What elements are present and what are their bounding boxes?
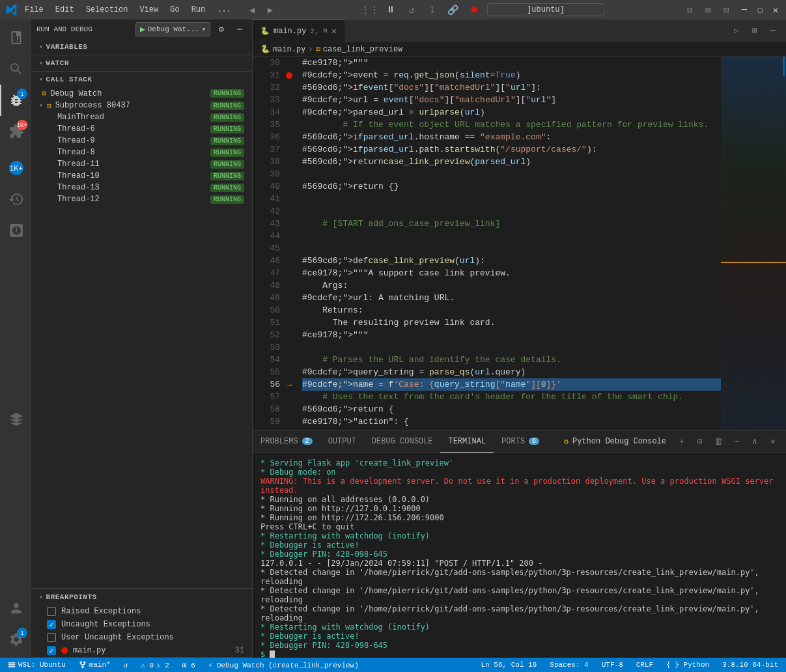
code-line[interactable]: Args: <box>302 279 721 292</box>
code-line[interactable] <box>302 242 721 255</box>
activity-source-control[interactable] <box>0 184 31 215</box>
bp-gutter-slot[interactable] <box>285 143 293 156</box>
bp-gutter-slot[interactable] <box>285 69 293 81</box>
bp-gutter-slot[interactable] <box>285 279 293 292</box>
breadcrumb-file[interactable]: main.py <box>273 45 305 54</box>
code-line[interactable] <box>302 230 721 242</box>
callstack-thread-mainthread[interactable]: MainThreadRUNNING <box>31 111 252 123</box>
tab-output[interactable]: OUTPUT <box>320 430 364 453</box>
breakpoint-item[interactable]: Raised Exceptions <box>31 605 252 618</box>
kill-terminal-button[interactable]: 🗑 <box>710 434 726 449</box>
callstack-thread-thread-8[interactable]: Thread-8RUNNING <box>31 147 252 158</box>
code-line[interactable]: # Uses the text from the card's header f… <box>302 391 721 403</box>
bp-gutter-slot[interactable] <box>285 366 293 378</box>
breakpoint-item[interactable]: ✓ main.py 31 <box>31 644 252 657</box>
activity-docker[interactable] <box>0 404 31 435</box>
activity-test[interactable] <box>0 215 31 246</box>
code-line[interactable]: #9cdcfe;">url = event["docs"]["matchedUr… <box>302 94 721 106</box>
menu-more[interactable]: ... <box>212 4 236 16</box>
callstack-thread-thread-9[interactable]: Thread-9RUNNING <box>31 135 252 147</box>
menu-run[interactable]: Run <box>186 4 211 16</box>
tab-problems[interactable]: PROBLEMS 2 <box>253 430 320 453</box>
bp-gutter-slot[interactable] <box>285 255 293 267</box>
bp-gutter-slot[interactable] <box>285 354 293 366</box>
code-line[interactable]: The resulting preview link card. <box>302 316 721 329</box>
bp-gutter-slot[interactable] <box>285 205 293 217</box>
status-errors[interactable]: ⚠ 0 ⚠ 2 <box>138 661 172 669</box>
breakpoint-checkbox[interactable]: ✓ <box>47 646 56 655</box>
variables-header[interactable]: ▾ VARIABLES <box>31 39 252 55</box>
menu-file[interactable]: File <box>20 4 49 16</box>
open-changes-button[interactable]: ⊞ <box>747 23 763 38</box>
status-branch[interactable]: main* <box>76 661 113 669</box>
debug-more-button[interactable]: ⋯ <box>232 22 247 36</box>
panels-button[interactable]: ⊡ <box>718 2 734 18</box>
bp-gutter-slot[interactable] <box>285 57 293 69</box>
bp-gutter-slot[interactable] <box>285 106 293 119</box>
callstack-thread-thread-12[interactable]: Thread-12RUNNING <box>31 193 252 205</box>
bp-gutter-slot[interactable] <box>285 94 293 106</box>
close-button[interactable]: ✕ <box>770 5 781 15</box>
status-spaces[interactable]: Spaces: 4 <box>547 661 591 669</box>
breakpoint-checkbox[interactable]: ✓ <box>47 620 56 629</box>
debug-settings-button[interactable]: ⚙ <box>214 22 229 36</box>
status-sync[interactable]: ↺ <box>121 661 131 669</box>
code-line[interactable]: #9cdcfe;">url: A matching URL. <box>302 292 721 304</box>
activity-explorer[interactable] <box>0 22 31 53</box>
code-line[interactable] <box>302 168 721 180</box>
activity-extensions[interactable]: 1K+ <box>0 116 31 147</box>
code-line[interactable]: #569cd6;">if parsed_url.path.startswith(… <box>302 143 721 156</box>
connect-button[interactable]: 🔗 <box>445 2 461 18</box>
bp-gutter-slot[interactable] <box>285 180 293 193</box>
code-line[interactable]: #ce9178;">""" <box>302 329 721 341</box>
callstack-thread-thread-6[interactable]: Thread-6RUNNING <box>31 123 252 135</box>
code-line[interactable]: #569cd6;">if event["docs"]["matchedUrl"]… <box>302 81 721 94</box>
split-editor-right-button[interactable]: ▷ <box>729 23 744 38</box>
maximize-button[interactable]: ☐ <box>755 5 765 15</box>
code-line[interactable]: #569cd6;">return {} <box>302 180 721 193</box>
tab-ports[interactable]: PORTS 6 <box>494 430 547 453</box>
layout-toggle-button[interactable]: ⊞ <box>700 2 716 18</box>
status-language[interactable]: { } Python <box>664 661 712 669</box>
breadcrumb-function[interactable]: case_link_preview <box>323 45 402 54</box>
bp-gutter-slot[interactable]: → <box>285 378 293 391</box>
status-encoding[interactable]: UTF-8 <box>599 661 626 669</box>
code-line[interactable]: #569cd6;">return { <box>302 403 721 415</box>
code-line[interactable]: # If the event object URL matches a spec… <box>302 119 721 131</box>
code-line[interactable]: #ce9178;">"action": { <box>302 415 721 428</box>
code-line[interactable]: #9cdcfe;">parsed_url = urlparse(url) <box>302 106 721 119</box>
bp-gutter-slot[interactable] <box>285 131 293 143</box>
callstack-thread-thread-10[interactable]: Thread-10RUNNING <box>31 170 252 182</box>
menu-selection[interactable]: Selection <box>81 4 133 16</box>
split-terminal-button[interactable]: ⊟ <box>692 434 708 449</box>
more-tab-actions-button[interactable]: ⋯ <box>765 23 781 38</box>
code-line[interactable] <box>302 193 721 205</box>
bp-gutter-slot[interactable] <box>285 267 293 279</box>
callstack-header[interactable]: ▾ CALL STACK <box>31 72 252 87</box>
menu-view[interactable]: View <box>134 4 163 16</box>
address-bar[interactable]: ]ubuntu] <box>487 3 604 16</box>
code-line[interactable]: #ce9178;">"""A support case link preview… <box>302 267 721 279</box>
callstack-thread-thread-11[interactable]: Thread-11RUNNING <box>31 158 252 170</box>
activity-search[interactable] <box>0 53 31 85</box>
activity-account[interactable] <box>0 593 31 624</box>
bp-gutter-slot[interactable] <box>285 292 293 304</box>
minimize-button[interactable]: ─ <box>739 5 750 15</box>
panel-maximize-button[interactable]: ∧ <box>747 434 763 449</box>
bp-gutter-slot[interactable] <box>285 391 293 403</box>
breakpoint-checkbox[interactable] <box>47 607 56 616</box>
tab-debug-console[interactable]: DEBUG CONSOLE <box>364 430 441 453</box>
menu-go[interactable]: Go <box>165 4 184 16</box>
breakpoint-item[interactable]: ✓ Uncaught Exceptions <box>31 618 252 631</box>
code-area[interactable]: #ce9178;">""" #9cdcfe;">event = req.get_… <box>297 57 721 430</box>
bp-gutter-slot[interactable] <box>285 316 293 329</box>
code-line[interactable]: #9cdcfe;">event = req.get_json(silent=Tr… <box>302 69 721 81</box>
bp-gutter-slot[interactable] <box>285 81 293 94</box>
bp-gutter-slot[interactable] <box>285 403 293 415</box>
code-line[interactable] <box>302 205 721 217</box>
status-python-version[interactable]: 3.8.10 64-bit <box>720 661 781 669</box>
code-line[interactable]: #569cd6;">if parsed_url.hostname == "exa… <box>302 131 721 143</box>
close-panel-button[interactable]: ✕ <box>765 434 781 449</box>
code-line[interactable] <box>302 341 721 354</box>
menu-edit[interactable]: Edit <box>50 4 79 16</box>
